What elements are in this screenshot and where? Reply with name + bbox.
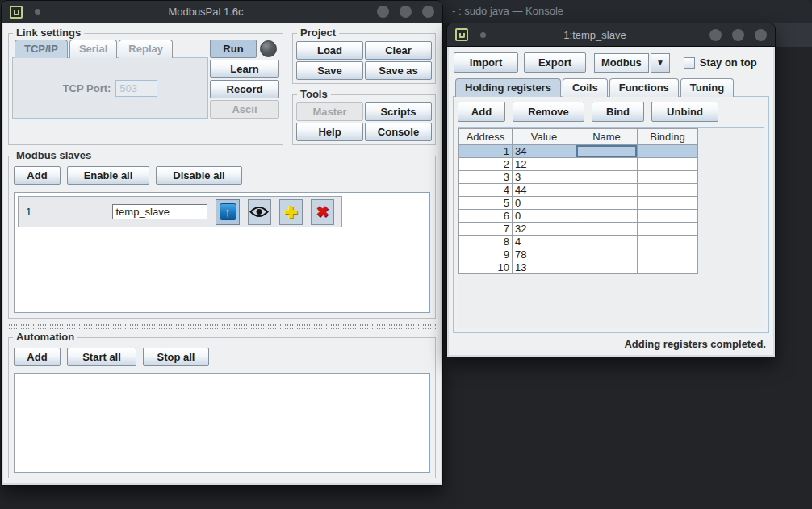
slave-view-button[interactable] [248, 199, 271, 225]
minimize-button[interactable] [377, 6, 389, 18]
temp-slave-titlebar[interactable]: 1:temp_slave [447, 23, 775, 47]
tab-functions[interactable]: Functions [609, 78, 679, 97]
value-cell[interactable]: 4 [513, 236, 576, 248]
console-button[interactable]: Console [365, 123, 432, 141]
table-row[interactable]: 134 [459, 145, 698, 158]
name-cell[interactable] [576, 171, 638, 184]
binding-cell[interactable] [638, 236, 698, 248]
clear-button[interactable]: Clear [365, 41, 432, 60]
record-button[interactable]: Record [210, 80, 279, 98]
registers-scroll-area[interactable]: Address Value Name Binding 1342123344450… [458, 127, 764, 328]
add-automation-button[interactable]: Add [14, 348, 61, 366]
table-row[interactable]: 978 [459, 248, 698, 261]
tab-tuning[interactable]: Tuning [680, 78, 734, 97]
remove-register-button[interactable]: Remove [513, 102, 584, 122]
export-button[interactable]: Export [524, 52, 586, 73]
chevron-down-icon[interactable]: ▼ [651, 53, 670, 73]
binding-cell[interactable] [638, 261, 698, 274]
tab-replay[interactable]: Replay [119, 40, 173, 58]
name-cell[interactable] [576, 184, 638, 197]
enable-all-button[interactable]: Enable all [67, 166, 149, 185]
disable-all-button[interactable]: Disable all [156, 166, 242, 185]
tab-holding-registers[interactable]: Holding registers [455, 78, 561, 97]
split-pane-divider[interactable] [8, 323, 436, 329]
binding-cell[interactable] [638, 184, 698, 197]
address-cell[interactable]: 10 [459, 261, 513, 274]
name-cell[interactable] [576, 145, 638, 158]
value-cell[interactable]: 13 [513, 261, 576, 274]
table-row[interactable]: 1013 [459, 261, 698, 274]
binding-cell[interactable] [638, 158, 698, 171]
address-cell[interactable]: 7 [459, 223, 513, 236]
value-cell[interactable]: 3 [513, 171, 576, 184]
tab-coils[interactable]: Coils [563, 78, 608, 97]
slave-row[interactable]: 1 ↑ ✚ ✖ [18, 196, 342, 227]
binding-cell[interactable] [638, 145, 698, 158]
value-cell[interactable]: 44 [513, 184, 576, 197]
table-row[interactable]: 84 [459, 236, 698, 248]
column-header-binding[interactable]: Binding [638, 129, 698, 145]
help-button[interactable]: Help [296, 123, 363, 141]
load-button[interactable]: Load [296, 41, 363, 60]
add-register-button[interactable]: Add [458, 102, 505, 122]
address-cell[interactable]: 5 [459, 197, 513, 210]
scripts-button[interactable]: Scripts [365, 102, 432, 121]
maximize-button[interactable] [732, 29, 744, 41]
value-cell[interactable]: 78 [513, 248, 576, 261]
slave-name-input[interactable] [112, 204, 207, 219]
address-cell[interactable]: 3 [459, 171, 513, 184]
name-cell[interactable] [576, 261, 638, 274]
tab-serial[interactable]: Serial [69, 40, 117, 58]
column-header-address[interactable]: Address [459, 129, 513, 145]
name-cell[interactable] [576, 197, 638, 210]
value-cell[interactable]: 12 [513, 158, 576, 171]
import-button[interactable]: Import [454, 52, 518, 73]
slave-delete-button[interactable]: ✖ [311, 199, 334, 225]
bind-button[interactable]: Bind [592, 102, 644, 122]
value-cell[interactable]: 0 [513, 210, 576, 223]
app-icon[interactable] [455, 28, 468, 41]
slave-duplicate-button[interactable]: ✚ [279, 199, 303, 225]
learn-button[interactable]: Learn [210, 60, 279, 78]
value-cell[interactable]: 34 [513, 145, 576, 158]
column-header-name[interactable]: Name [576, 129, 638, 145]
name-cell[interactable] [576, 223, 638, 236]
name-cell[interactable] [576, 248, 638, 261]
address-cell[interactable]: 4 [459, 184, 513, 197]
table-row[interactable]: 212 [459, 158, 698, 171]
close-button[interactable] [422, 6, 434, 18]
minimize-button[interactable] [709, 29, 722, 41]
name-cell[interactable] [576, 210, 638, 223]
binding-cell[interactable] [638, 171, 698, 184]
titlebar-menu-dot-icon[interactable] [35, 9, 40, 15]
stay-on-top-checkbox[interactable] [684, 57, 695, 69]
address-cell[interactable]: 2 [459, 158, 513, 171]
binding-cell[interactable] [638, 210, 698, 223]
save-as-button[interactable]: Save as [365, 61, 432, 80]
unbind-button[interactable]: Unbind [651, 102, 718, 122]
address-cell[interactable]: 6 [459, 210, 513, 223]
save-button[interactable]: Save [296, 61, 363, 80]
binding-cell[interactable] [638, 197, 698, 210]
binding-cell[interactable] [638, 223, 698, 236]
run-button[interactable]: Run [210, 40, 257, 58]
titlebar-menu-dot-icon[interactable] [480, 32, 486, 38]
stop-all-button[interactable]: Stop all [143, 348, 209, 366]
modbuspal-titlebar[interactable]: ModbusPal 1.6c [2, 1, 442, 23]
address-cell[interactable]: 9 [459, 248, 513, 261]
binding-cell[interactable] [638, 248, 698, 261]
protocol-combobox[interactable]: Modbus ▼ [594, 53, 670, 73]
app-icon[interactable] [10, 6, 23, 19]
name-cell[interactable] [576, 158, 638, 171]
table-row[interactable]: 60 [459, 210, 698, 223]
address-cell[interactable]: 8 [459, 236, 513, 248]
table-row[interactable]: 50 [459, 197, 698, 210]
value-cell[interactable]: 32 [513, 223, 576, 236]
table-row[interactable]: 33 [459, 171, 698, 184]
close-button[interactable] [755, 29, 767, 41]
start-all-button[interactable]: Start all [67, 348, 136, 366]
value-cell[interactable]: 0 [513, 197, 576, 210]
tab-tcpip[interactable]: TCP/IP [15, 40, 68, 58]
table-row[interactable]: 732 [459, 223, 698, 236]
maximize-button[interactable] [400, 6, 412, 18]
